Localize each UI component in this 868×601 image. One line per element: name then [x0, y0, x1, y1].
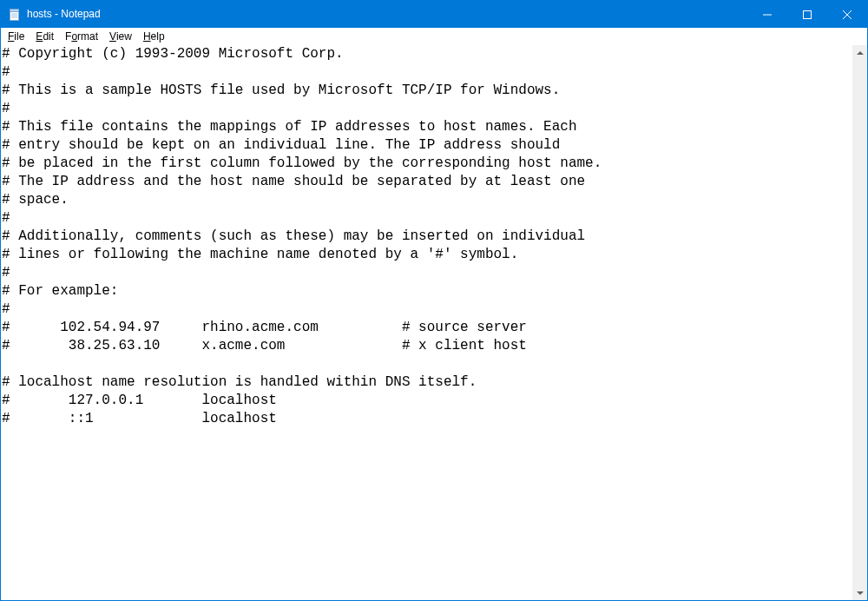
menu-help[interactable]: Help [138, 30, 171, 43]
window-controls [747, 1, 867, 28]
text-editor[interactable]: # Copyright (c) 1993-2009 Microsoft Corp… [1, 45, 852, 600]
window-title: hosts - Notepad [27, 1, 747, 28]
notepad-icon [8, 8, 22, 22]
menu-edit-rest: dit [43, 30, 54, 43]
close-button[interactable] [827, 1, 867, 28]
menu-view[interactable]: View [104, 30, 138, 43]
menu-edit[interactable]: Edit [30, 30, 60, 43]
menu-view-rest: iew [116, 30, 132, 43]
scroll-up-arrow[interactable] [852, 45, 867, 60]
titlebar[interactable]: hosts - Notepad [1, 1, 867, 28]
editor-area: # Copyright (c) 1993-2009 Microsoft Corp… [1, 45, 867, 600]
maximize-button[interactable] [787, 1, 827, 28]
svg-rect-6 [804, 10, 812, 18]
minimize-button[interactable] [747, 1, 787, 28]
menu-format[interactable]: Format [60, 30, 104, 43]
svg-rect-1 [10, 9, 19, 11]
menu-file-rest: ile [14, 30, 24, 43]
menu-file[interactable]: File [3, 30, 30, 43]
menu-format-rest: rmat [77, 30, 98, 43]
scroll-down-arrow[interactable] [852, 585, 867, 600]
menubar: File Edit Format View Help [1, 28, 867, 45]
vertical-scrollbar[interactable] [852, 45, 867, 600]
menu-help-rest: elp [151, 30, 165, 43]
